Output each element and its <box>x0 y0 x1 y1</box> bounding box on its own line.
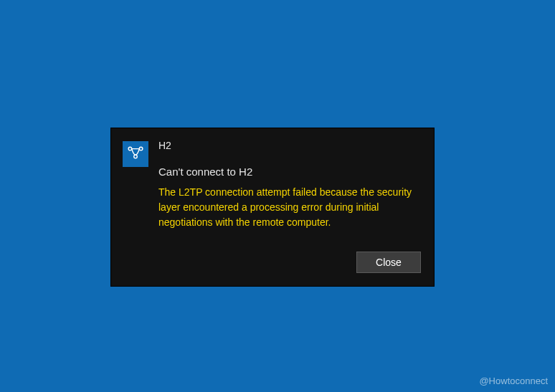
notification-body: H2 Can't connect to H2 The L2TP connecti… <box>123 140 421 230</box>
notification-title: H2 <box>158 140 421 151</box>
notification-message: The L2TP connection attempt failed becau… <box>158 185 421 230</box>
notification-text: H2 Can't connect to H2 The L2TP connecti… <box>158 140 421 230</box>
watermark-text: @Howtoconnect <box>479 376 548 386</box>
notification-icon-wrap <box>123 141 148 167</box>
notification-toast: H2 Can't connect to H2 The L2TP connecti… <box>110 128 435 287</box>
close-button[interactable]: Close <box>356 252 421 273</box>
vpn-network-icon <box>126 143 145 165</box>
notification-heading: Can't connect to H2 <box>158 166 421 178</box>
notification-actions: Close <box>123 252 421 273</box>
